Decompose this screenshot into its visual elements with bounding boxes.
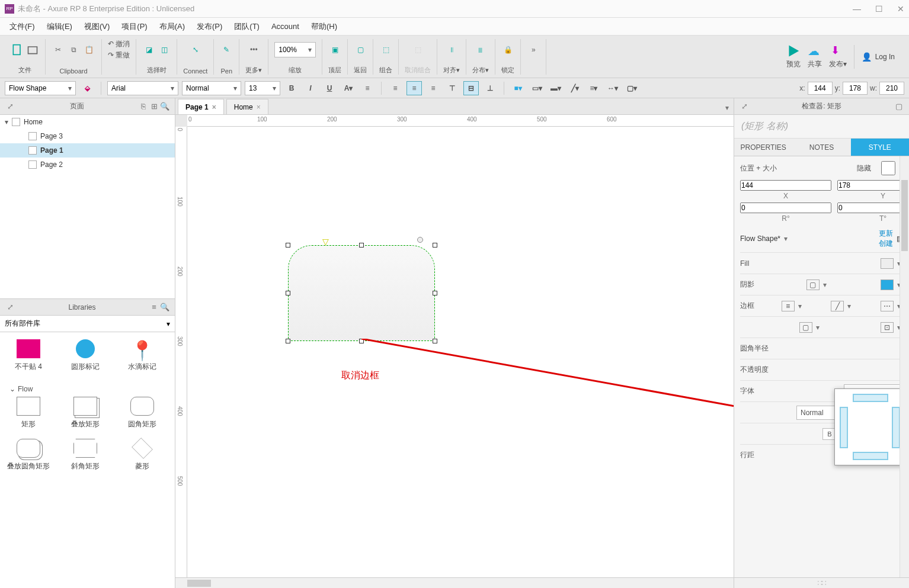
horizontal-scrollbar[interactable] <box>175 577 734 588</box>
widget-name-input[interactable]: (矩形 名称) <box>734 115 909 139</box>
tab-style[interactable]: STYLE <box>851 139 909 156</box>
tree-item-home[interactable]: ▾Home <box>0 115 175 129</box>
tab-home[interactable]: Home× <box>226 99 268 114</box>
italic-button[interactable]: I <box>303 81 318 95</box>
zoom-select[interactable]: 100% <box>274 42 316 57</box>
lib-diamond[interactable]: 菱形 <box>119 439 166 471</box>
corner-swatch[interactable]: ⊡ <box>881 322 894 333</box>
lib-search-icon[interactable]: 🔍 <box>159 302 170 313</box>
ungroup-icon[interactable]: ⬚ <box>411 43 424 56</box>
login-button[interactable]: 👤 Log In <box>862 52 895 62</box>
inspector-page-icon[interactable]: ▢ <box>894 101 904 112</box>
maximize-button[interactable]: ☐ <box>875 4 883 14</box>
outer-shadow-swatch[interactable]: ▢ <box>806 279 820 290</box>
distribute-icon[interactable]: ⫼ <box>474 43 487 56</box>
send-back-icon[interactable]: ▢ <box>354 43 367 56</box>
menu-project[interactable]: 项目(P) <box>117 19 152 34</box>
border-left-toggle[interactable] <box>840 407 848 448</box>
align-label[interactable]: 对齐▾ <box>443 66 460 75</box>
paste-icon[interactable]: 📋 <box>82 43 95 56</box>
weight-select[interactable]: Normal <box>182 81 241 95</box>
insp-y-input[interactable] <box>837 180 909 191</box>
lib-sticky[interactable]: 不干贴 4 <box>5 339 52 372</box>
align-icon[interactable]: ⫴ <box>445 43 458 56</box>
resize-handle-nw[interactable] <box>286 243 290 248</box>
group-icon[interactable]: ⬚ <box>379 43 392 56</box>
insp-t-input[interactable] <box>837 203 909 213</box>
inspector-scrollbar[interactable] <box>900 156 909 577</box>
connector-handle-icon[interactable] <box>417 237 423 243</box>
resize-handle-n[interactable] <box>359 243 364 248</box>
insp-x-input[interactable] <box>740 180 831 191</box>
inspector-footer-grip[interactable]: ⸬⸬ <box>734 577 909 588</box>
fill-swatch[interactable] <box>881 258 894 269</box>
lib-pin-marker[interactable]: 📍水滴标记 <box>119 339 166 372</box>
w-input[interactable] <box>879 82 904 95</box>
border-color-swatch[interactable]: ╱ <box>831 301 844 311</box>
corner-visibility-popup[interactable] <box>834 388 905 465</box>
lib-collapse-icon[interactable]: ⤢ <box>5 302 15 313</box>
search-pages-icon[interactable]: 🔍 <box>159 101 170 112</box>
x-input[interactable] <box>808 82 833 95</box>
lib-stack-round[interactable]: 叠放圆角矩形 <box>5 439 52 471</box>
close-tab-icon[interactable]: × <box>212 103 216 111</box>
rotate-handle-icon[interactable]: ▽ <box>322 237 329 246</box>
resize-handle-ne[interactable] <box>433 243 437 248</box>
create-style-link[interactable]: 创建 <box>879 239 893 249</box>
close-button[interactable]: ✕ <box>897 4 904 14</box>
connect-icon[interactable]: ⤡ <box>189 43 202 56</box>
text-color-button[interactable]: A▾ <box>341 81 356 95</box>
bullets-button[interactable]: ≡ <box>360 81 375 95</box>
panel-collapse-icon[interactable]: ⤢ <box>5 101 15 112</box>
update-style-link[interactable]: 更新 <box>879 229 893 239</box>
more-label[interactable]: 更多▾ <box>245 66 262 75</box>
border-width-swatch[interactable]: ≡ <box>782 301 795 311</box>
canvas[interactable]: ▽ 取消边框 <box>187 127 734 577</box>
publish-button[interactable]: ⬇发布▾ <box>829 44 847 69</box>
tree-item-page2[interactable]: Page 2 <box>0 158 175 172</box>
menu-view[interactable]: 视图(V) <box>79 19 114 34</box>
valign-mid-button[interactable]: ⊟ <box>463 81 479 95</box>
library-select[interactable]: 所有部件库 <box>0 316 175 332</box>
lib-menu-icon[interactable]: ≡ <box>149 302 159 313</box>
select-mode-icon[interactable]: ◪ <box>142 43 155 56</box>
line-width-button[interactable]: ▬▾ <box>548 81 564 95</box>
resize-handle-se[interactable] <box>433 339 437 343</box>
menu-account[interactable]: Account <box>267 20 304 33</box>
border-visibility-swatch[interactable]: ▢ <box>799 322 812 333</box>
hidden-checkbox[interactable] <box>873 161 903 175</box>
align-left-button[interactable]: ≡ <box>388 81 403 95</box>
redo-button[interactable]: ↷ 重做 <box>108 50 130 60</box>
border-top-toggle[interactable] <box>853 394 888 402</box>
add-folder-icon[interactable]: ⊞ <box>149 101 159 112</box>
font-select[interactable]: Arial <box>107 81 178 95</box>
copy-icon[interactable]: ⧉ <box>67 43 80 56</box>
resize-handle-w[interactable] <box>286 291 290 295</box>
fill-color-button[interactable]: ■▾ <box>510 81 526 95</box>
border-style-swatch[interactable]: ⋯ <box>881 301 894 311</box>
flow-section-header[interactable]: ⌄Flow <box>5 381 170 397</box>
y-input[interactable] <box>843 82 868 95</box>
tab-page1[interactable]: Page 1× <box>178 99 224 114</box>
share-button[interactable]: ☁共享 <box>808 44 822 69</box>
open-file-icon[interactable] <box>26 43 39 56</box>
underline-button[interactable]: U <box>322 81 337 95</box>
select-contained-icon[interactable]: ◫ <box>158 43 171 56</box>
bring-front-icon[interactable]: ▣ <box>328 43 341 56</box>
shape-style-select[interactable]: Flow Shape <box>5 81 76 95</box>
inspector-collapse-icon[interactable]: ⤢ <box>739 101 750 112</box>
tab-notes[interactable]: NOTES <box>792 139 850 156</box>
pen-icon[interactable]: ✎ <box>220 43 233 56</box>
lib-rect[interactable]: 矩形 <box>5 397 52 429</box>
style-name-select[interactable]: Flow Shape* <box>740 234 780 243</box>
more-icon[interactable]: ••• <box>247 43 260 56</box>
tree-item-page1[interactable]: Page 1 <box>0 143 175 158</box>
valign-bot-button[interactable]: ⊥ <box>482 81 498 95</box>
lib-bevel[interactable]: 斜角矩形 <box>62 439 109 471</box>
line-color-button[interactable]: ▭▾ <box>529 81 545 95</box>
valign-top-button[interactable]: ⊤ <box>444 81 460 95</box>
line-pattern-button[interactable]: ≡▾ <box>586 81 601 95</box>
insp-r-input[interactable] <box>740 203 831 213</box>
border-bottom-toggle[interactable] <box>853 452 888 460</box>
add-page-icon[interactable]: ⎘ <box>138 101 149 112</box>
